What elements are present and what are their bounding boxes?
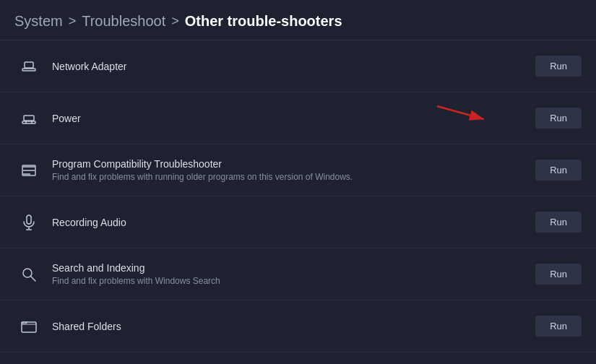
breadcrumb-sep-1: > (69, 14, 77, 29)
shared-folders-title: Shared Folders (52, 321, 535, 332)
search-indexing-subtitle: Find and fix problems with Windows Searc… (52, 276, 535, 286)
network-adapter-icon (14, 58, 43, 75)
search-indexing-run-button[interactable]: Run (535, 264, 582, 285)
breadcrumb-sep-2: > (171, 14, 179, 29)
list-item-program-compatibility: Program Compatibility Troubleshooter Fin… (0, 144, 596, 196)
power-text: Power (52, 113, 535, 124)
svg-rect-1 (25, 62, 33, 68)
search-indexing-title: Search and Indexing (52, 262, 535, 274)
svg-rect-14 (27, 215, 31, 224)
list-item-recording-audio: Recording Audio Run (0, 196, 596, 248)
power-run-button[interactable]: Run (535, 108, 582, 129)
breadcrumb-current: Other trouble-shooters (185, 13, 342, 30)
list-item-shared-folders: Shared Folders Run (0, 300, 596, 352)
recording-audio-title: Recording Audio (52, 217, 535, 228)
program-compatibility-run-button[interactable]: Run (535, 160, 582, 181)
recording-audio-icon (14, 214, 43, 231)
search-indexing-icon (14, 266, 43, 283)
breadcrumb-troubleshoot[interactable]: Troubleshoot (82, 13, 165, 30)
search-indexing-text: Search and Indexing Find and fix problem… (52, 262, 535, 286)
svg-rect-0 (22, 69, 35, 71)
breadcrumb: System > Troubleshoot > Other trouble-sh… (0, 0, 596, 40)
recording-audio-text: Recording Audio (52, 217, 535, 228)
shared-folders-run-button[interactable]: Run (535, 316, 582, 337)
svg-rect-5 (24, 116, 34, 121)
breadcrumb-system[interactable]: System (14, 13, 63, 30)
power-title: Power (52, 113, 535, 124)
svg-line-18 (31, 276, 36, 281)
network-adapter-title: Network Adapter (52, 61, 535, 72)
network-adapter-text: Network Adapter (52, 61, 535, 72)
network-adapter-run-button[interactable]: Run (535, 56, 582, 77)
shared-folders-text: Shared Folders (52, 321, 535, 332)
list-item-network-adapter: Network Adapter Run (0, 40, 596, 92)
troubleshooter-list: Network Adapter Run Power (0, 40, 596, 352)
shared-folders-icon (14, 318, 43, 335)
program-compatibility-icon (14, 162, 43, 179)
program-compatibility-subtitle: Find and fix problems with running older… (52, 172, 535, 182)
list-item-search-indexing: Search and Indexing Find and fix problem… (0, 248, 596, 300)
list-item-power: Power Run (0, 92, 596, 144)
power-icon (14, 110, 43, 127)
program-compatibility-text: Program Compatibility Troubleshooter Fin… (52, 158, 535, 182)
recording-audio-run-button[interactable]: Run (535, 212, 582, 233)
program-compatibility-title: Program Compatibility Troubleshooter (52, 158, 535, 170)
svg-rect-4 (22, 121, 35, 124)
